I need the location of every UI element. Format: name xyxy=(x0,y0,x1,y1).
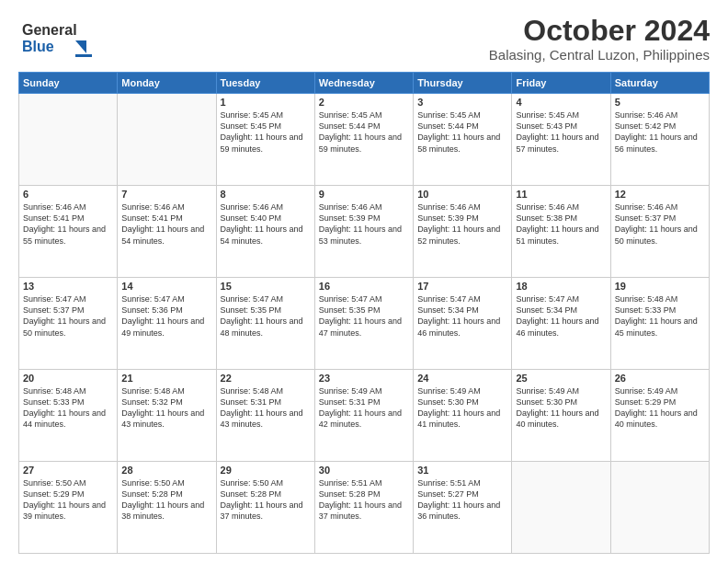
day-detail: Sunrise: 5:47 AM Sunset: 5:35 PM Dayligh… xyxy=(221,293,311,339)
day-detail: Sunrise: 5:51 AM Sunset: 5:27 PM Dayligh… xyxy=(417,477,507,523)
day-number: 12 xyxy=(615,189,705,200)
day-detail: Sunrise: 5:49 AM Sunset: 5:30 PM Dayligh… xyxy=(516,385,606,431)
day-detail: Sunrise: 5:45 AM Sunset: 5:44 PM Dayligh… xyxy=(417,109,507,155)
day-detail: Sunrise: 5:47 AM Sunset: 5:34 PM Dayligh… xyxy=(417,293,507,339)
day-number: 30 xyxy=(319,465,409,476)
day-detail: Sunrise: 5:50 AM Sunset: 5:28 PM Dayligh… xyxy=(221,477,311,523)
calendar-cell-w0-d3: 2Sunrise: 5:45 AM Sunset: 5:44 PM Daylig… xyxy=(314,94,413,186)
calendar-header-row: Sunday Monday Tuesday Wednesday Thursday… xyxy=(19,73,710,94)
calendar-cell-w2-d3: 16Sunrise: 5:47 AM Sunset: 5:35 PM Dayli… xyxy=(314,278,413,370)
calendar-cell-w4-d4: 31Sunrise: 5:51 AM Sunset: 5:27 PM Dayli… xyxy=(414,462,512,554)
calendar-cell-w4-d6 xyxy=(610,462,709,554)
day-number: 5 xyxy=(615,97,705,108)
calendar-cell-w2-d6: 19Sunrise: 5:48 AM Sunset: 5:33 PM Dayli… xyxy=(610,278,709,370)
day-number: 11 xyxy=(516,189,606,200)
calendar-subtitle: Balasing, Central Luzon, Philippines xyxy=(489,47,710,63)
calendar-cell-w3-d1: 21Sunrise: 5:48 AM Sunset: 5:32 PM Dayli… xyxy=(118,370,216,462)
day-detail: Sunrise: 5:51 AM Sunset: 5:28 PM Dayligh… xyxy=(319,477,409,523)
title-block: October 2024 Balasing, Central Luzon, Ph… xyxy=(489,15,710,63)
calendar-week-2: 13Sunrise: 5:47 AM Sunset: 5:37 PM Dayli… xyxy=(19,278,710,370)
calendar-cell-w3-d2: 22Sunrise: 5:48 AM Sunset: 5:31 PM Dayli… xyxy=(216,370,314,462)
calendar-cell-w3-d3: 23Sunrise: 5:49 AM Sunset: 5:31 PM Dayli… xyxy=(314,370,413,462)
header-sunday: Sunday xyxy=(19,73,118,94)
day-number: 9 xyxy=(319,189,409,200)
header-saturday: Saturday xyxy=(610,73,709,94)
calendar-cell-w2-d0: 13Sunrise: 5:47 AM Sunset: 5:37 PM Dayli… xyxy=(19,278,118,370)
calendar-cell-w2-d5: 18Sunrise: 5:47 AM Sunset: 5:34 PM Dayli… xyxy=(512,278,610,370)
calendar-cell-w0-d6: 5Sunrise: 5:46 AM Sunset: 5:42 PM Daylig… xyxy=(610,94,709,186)
day-detail: Sunrise: 5:46 AM Sunset: 5:42 PM Dayligh… xyxy=(615,109,705,155)
header-monday: Monday xyxy=(118,73,216,94)
day-number: 1 xyxy=(221,97,311,108)
day-number: 21 xyxy=(121,373,211,384)
day-number: 26 xyxy=(615,373,705,384)
day-number: 24 xyxy=(417,373,507,384)
calendar-cell-w3-d0: 20Sunrise: 5:48 AM Sunset: 5:33 PM Dayli… xyxy=(19,370,118,462)
day-number: 7 xyxy=(121,189,211,200)
calendar-cell-w3-d6: 26Sunrise: 5:49 AM Sunset: 5:29 PM Dayli… xyxy=(610,370,709,462)
calendar-week-4: 27Sunrise: 5:50 AM Sunset: 5:29 PM Dayli… xyxy=(19,462,710,554)
day-detail: Sunrise: 5:46 AM Sunset: 5:39 PM Dayligh… xyxy=(319,201,409,247)
day-detail: Sunrise: 5:48 AM Sunset: 5:33 PM Dayligh… xyxy=(615,293,705,339)
calendar-cell-w4-d3: 30Sunrise: 5:51 AM Sunset: 5:28 PM Dayli… xyxy=(314,462,413,554)
header-thursday: Thursday xyxy=(414,73,512,94)
day-number: 31 xyxy=(417,465,507,476)
calendar-cell-w2-d2: 15Sunrise: 5:47 AM Sunset: 5:35 PM Dayli… xyxy=(216,278,314,370)
day-number: 27 xyxy=(23,465,113,476)
calendar-cell-w0-d5: 4Sunrise: 5:45 AM Sunset: 5:43 PM Daylig… xyxy=(512,94,610,186)
calendar-week-3: 20Sunrise: 5:48 AM Sunset: 5:33 PM Dayli… xyxy=(19,370,710,462)
calendar-cell-w1-d4: 10Sunrise: 5:46 AM Sunset: 5:39 PM Dayli… xyxy=(414,186,512,278)
calendar-week-0: 1Sunrise: 5:45 AM Sunset: 5:45 PM Daylig… xyxy=(19,94,710,186)
calendar-cell-w1-d5: 11Sunrise: 5:46 AM Sunset: 5:38 PM Dayli… xyxy=(512,186,610,278)
day-detail: Sunrise: 5:49 AM Sunset: 5:31 PM Dayligh… xyxy=(319,385,409,431)
day-detail: Sunrise: 5:45 AM Sunset: 5:43 PM Dayligh… xyxy=(516,109,606,155)
calendar-cell-w4-d1: 28Sunrise: 5:50 AM Sunset: 5:28 PM Dayli… xyxy=(118,462,216,554)
day-number: 16 xyxy=(319,281,409,292)
page: General Blue October 2024 Balasing, Cent… xyxy=(0,0,728,563)
day-detail: Sunrise: 5:46 AM Sunset: 5:41 PM Dayligh… xyxy=(121,201,211,247)
day-number: 15 xyxy=(221,281,311,292)
day-number: 20 xyxy=(23,373,113,384)
day-detail: Sunrise: 5:50 AM Sunset: 5:28 PM Dayligh… xyxy=(121,477,211,523)
day-detail: Sunrise: 5:46 AM Sunset: 5:40 PM Dayligh… xyxy=(221,201,311,247)
day-number: 28 xyxy=(121,465,211,476)
calendar-week-1: 6Sunrise: 5:46 AM Sunset: 5:41 PM Daylig… xyxy=(19,186,710,278)
day-number: 13 xyxy=(23,281,113,292)
svg-text:Blue: Blue xyxy=(22,39,54,54)
calendar-cell-w1-d6: 12Sunrise: 5:46 AM Sunset: 5:37 PM Dayli… xyxy=(610,186,709,278)
day-detail: Sunrise: 5:46 AM Sunset: 5:38 PM Dayligh… xyxy=(516,201,606,247)
header-tuesday: Tuesday xyxy=(216,73,314,94)
day-number: 4 xyxy=(516,97,606,108)
day-detail: Sunrise: 5:45 AM Sunset: 5:44 PM Dayligh… xyxy=(319,109,409,155)
day-number: 6 xyxy=(23,189,113,200)
day-detail: Sunrise: 5:49 AM Sunset: 5:29 PM Dayligh… xyxy=(615,385,705,431)
calendar-table: Sunday Monday Tuesday Wednesday Thursday… xyxy=(18,72,710,554)
day-number: 17 xyxy=(417,281,507,292)
day-number: 25 xyxy=(516,373,606,384)
day-number: 2 xyxy=(319,97,409,108)
calendar-cell-w1-d3: 9Sunrise: 5:46 AM Sunset: 5:39 PM Daylig… xyxy=(314,186,413,278)
svg-marker-2 xyxy=(75,40,86,53)
calendar-cell-w4-d2: 29Sunrise: 5:50 AM Sunset: 5:28 PM Dayli… xyxy=(216,462,314,554)
calendar-cell-w4-d0: 27Sunrise: 5:50 AM Sunset: 5:29 PM Dayli… xyxy=(19,462,118,554)
calendar-cell-w0-d2: 1Sunrise: 5:45 AM Sunset: 5:45 PM Daylig… xyxy=(216,94,314,186)
header-wednesday: Wednesday xyxy=(314,73,413,94)
calendar-body: 1Sunrise: 5:45 AM Sunset: 5:45 PM Daylig… xyxy=(19,94,710,554)
calendar-cell-w3-d5: 25Sunrise: 5:49 AM Sunset: 5:30 PM Dayli… xyxy=(512,370,610,462)
day-number: 14 xyxy=(121,281,211,292)
day-number: 3 xyxy=(417,97,507,108)
day-detail: Sunrise: 5:48 AM Sunset: 5:32 PM Dayligh… xyxy=(121,385,211,431)
calendar-cell-w4-d5 xyxy=(512,462,610,554)
calendar-cell-w0-d4: 3Sunrise: 5:45 AM Sunset: 5:44 PM Daylig… xyxy=(414,94,512,186)
day-detail: Sunrise: 5:45 AM Sunset: 5:45 PM Dayligh… xyxy=(221,109,311,155)
day-detail: Sunrise: 5:46 AM Sunset: 5:39 PM Dayligh… xyxy=(417,201,507,247)
header: General Blue October 2024 Balasing, Cent… xyxy=(18,15,710,63)
day-detail: Sunrise: 5:49 AM Sunset: 5:30 PM Dayligh… xyxy=(417,385,507,431)
calendar-cell-w3-d4: 24Sunrise: 5:49 AM Sunset: 5:30 PM Dayli… xyxy=(414,370,512,462)
day-number: 18 xyxy=(516,281,606,292)
day-detail: Sunrise: 5:47 AM Sunset: 5:35 PM Dayligh… xyxy=(319,293,409,339)
day-number: 23 xyxy=(319,373,409,384)
calendar-cell-w2-d4: 17Sunrise: 5:47 AM Sunset: 5:34 PM Dayli… xyxy=(414,278,512,370)
calendar-title: October 2024 xyxy=(489,15,710,47)
day-detail: Sunrise: 5:50 AM Sunset: 5:29 PM Dayligh… xyxy=(23,477,113,523)
